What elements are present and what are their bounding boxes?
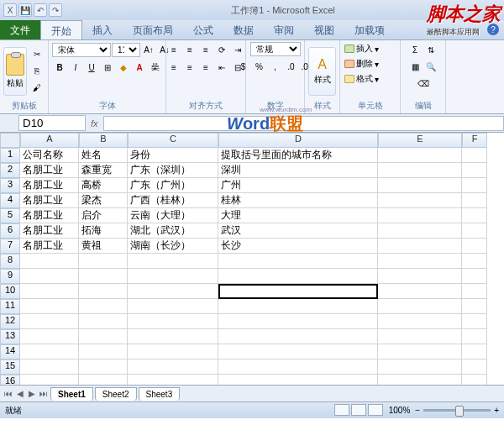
cell[interactable]: [462, 329, 487, 344]
cell[interactable]: 深圳: [218, 163, 378, 178]
cell[interactable]: [378, 329, 462, 344]
wrap-text-icon[interactable]: ⇥: [230, 42, 245, 57]
sheet-nav-next-icon[interactable]: ▶: [27, 389, 37, 398]
cell[interactable]: 广西（桂林）: [128, 193, 218, 208]
cell[interactable]: [79, 344, 128, 359]
cell[interactable]: [20, 254, 79, 269]
fill-icon[interactable]: ▦: [407, 59, 423, 74]
zoom-out-icon[interactable]: −: [415, 406, 420, 415]
cell[interactable]: [79, 254, 128, 269]
cell[interactable]: [20, 375, 79, 385]
row-header[interactable]: 8: [0, 254, 20, 269]
cell[interactable]: [79, 329, 128, 344]
cell[interactable]: [378, 299, 462, 314]
cell[interactable]: 森重宽: [79, 163, 128, 178]
cell[interactable]: 拓海: [79, 223, 128, 239]
number-format-select[interactable]: 常规: [250, 42, 301, 56]
col-header[interactable]: B: [79, 133, 128, 148]
cell[interactable]: [378, 208, 462, 223]
row-header[interactable]: 15: [0, 359, 20, 375]
increase-decimal-icon[interactable]: .0: [284, 59, 299, 74]
cell[interactable]: [218, 284, 378, 299]
tab-home[interactable]: 开始: [40, 20, 82, 39]
align-right-icon[interactable]: ≡: [198, 60, 213, 75]
col-header[interactable]: A: [20, 133, 79, 148]
align-bottom-icon[interactable]: ≡: [198, 42, 213, 57]
paste-button[interactable]: 粘贴: [3, 47, 27, 96]
cell[interactable]: 名朋工业: [20, 239, 79, 254]
undo-icon[interactable]: ↶: [34, 3, 47, 17]
cell[interactable]: [128, 329, 218, 344]
font-color-button[interactable]: A: [132, 60, 147, 75]
cell[interactable]: [462, 344, 487, 359]
row-header[interactable]: 11: [0, 299, 20, 314]
spreadsheet-grid[interactable]: A B C D E F 1公司名称姓名身份提取括号里面的城市名称2名朋工业森重宽…: [0, 133, 504, 385]
cell[interactable]: [218, 359, 378, 375]
border-button[interactable]: ⊞: [100, 60, 115, 75]
cell[interactable]: 梁杰: [79, 193, 128, 208]
cell[interactable]: [462, 148, 487, 163]
cell[interactable]: [462, 299, 487, 314]
font-size-select[interactable]: 11: [112, 43, 140, 57]
cell[interactable]: [462, 223, 487, 239]
cell[interactable]: [462, 269, 487, 284]
zoom-level[interactable]: 100%: [389, 406, 411, 415]
autosum-icon[interactable]: Σ: [407, 42, 423, 57]
tab-view[interactable]: 视图: [304, 20, 344, 39]
select-all-corner[interactable]: [0, 133, 20, 148]
col-header[interactable]: E: [378, 133, 462, 148]
cell[interactable]: [462, 359, 487, 375]
cell[interactable]: 提取括号里面的城市名称: [218, 148, 378, 163]
italic-button[interactable]: I: [68, 60, 83, 75]
cell[interactable]: 公司名称: [20, 148, 79, 163]
cell[interactable]: 名朋工业: [20, 178, 79, 193]
sheet-tab[interactable]: Sheet1: [50, 387, 93, 401]
underline-button[interactable]: U: [84, 60, 99, 75]
cell[interactable]: [128, 359, 218, 375]
cell[interactable]: 广州: [218, 178, 378, 193]
orientation-icon[interactable]: ⟳: [214, 42, 229, 57]
find-icon[interactable]: 🔍: [423, 59, 438, 74]
cell[interactable]: [218, 299, 378, 314]
cell[interactable]: [218, 314, 378, 329]
row-header[interactable]: 16: [0, 375, 20, 385]
align-top-icon[interactable]: ≡: [166, 42, 181, 57]
sheet-tab[interactable]: Sheet2: [95, 387, 137, 401]
cell[interactable]: [378, 284, 462, 299]
cell[interactable]: [462, 208, 487, 223]
row-header[interactable]: 12: [0, 314, 20, 329]
cell[interactable]: [128, 299, 218, 314]
cell[interactable]: [218, 269, 378, 284]
cell[interactable]: 高桥: [79, 178, 128, 193]
styles-button[interactable]: A 样式: [308, 47, 336, 96]
fill-color-button[interactable]: ◆: [116, 60, 131, 75]
cell[interactable]: [378, 148, 462, 163]
cell[interactable]: [378, 239, 462, 254]
cell[interactable]: [378, 269, 462, 284]
tab-review[interactable]: 审阅: [264, 20, 304, 39]
row-header[interactable]: 2: [0, 163, 20, 178]
redo-icon[interactable]: ↷: [49, 3, 62, 17]
cell[interactable]: 长沙: [218, 239, 378, 254]
cell[interactable]: [128, 344, 218, 359]
row-header[interactable]: 3: [0, 178, 20, 193]
tab-file[interactable]: 文件: [0, 20, 40, 39]
cell[interactable]: 云南（大理）: [128, 208, 218, 223]
cell[interactable]: [20, 359, 79, 375]
cell[interactable]: [20, 344, 79, 359]
cell[interactable]: [79, 314, 128, 329]
format-cells-button[interactable]: 格式 ▾: [344, 72, 380, 86]
cell[interactable]: [218, 329, 378, 344]
sheet-nav-prev-icon[interactable]: ◀: [15, 389, 25, 398]
increase-font-icon[interactable]: A↑: [141, 42, 156, 57]
cell[interactable]: [79, 269, 128, 284]
phonetic-button[interactable]: 喿: [148, 60, 163, 75]
cell[interactable]: [378, 178, 462, 193]
insert-cells-button[interactable]: 插入 ▾: [344, 42, 380, 55]
cell[interactable]: 黄祖: [79, 239, 128, 254]
row-header[interactable]: 14: [0, 344, 20, 359]
cell[interactable]: 名朋工业: [20, 163, 79, 178]
tab-insert[interactable]: 插入: [82, 20, 123, 39]
tab-formulas[interactable]: 公式: [183, 20, 223, 39]
cell[interactable]: [20, 314, 79, 329]
